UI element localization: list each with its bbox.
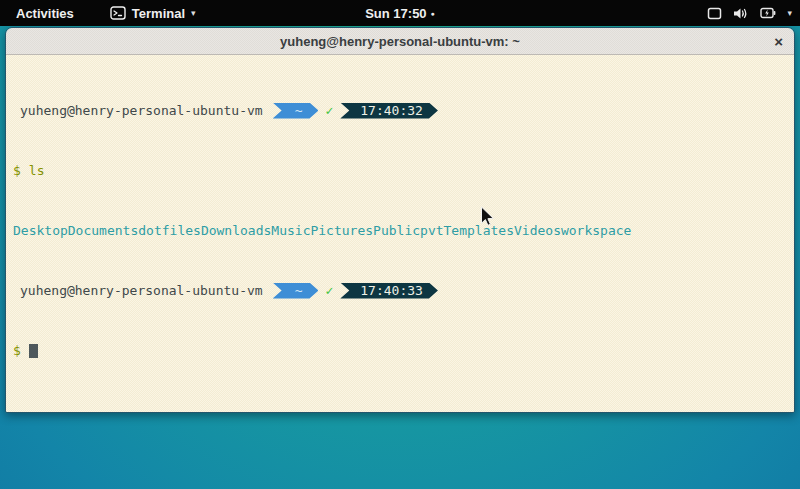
- prompt-time: 17:40:32: [360, 103, 423, 118]
- command-line: $ ls: [13, 163, 790, 178]
- app-menu-label: Terminal: [132, 6, 185, 21]
- close-button[interactable]: ×: [774, 34, 783, 49]
- directory-item: pvt: [420, 223, 443, 238]
- chevron-down-icon: ▾: [787, 9, 792, 18]
- volume-icon: [733, 7, 749, 20]
- directory-item: Documents: [68, 223, 138, 238]
- terminal-icon: [110, 6, 126, 20]
- battery-charging-icon: [760, 7, 776, 19]
- prompt-time-segment: 17:40:32: [340, 103, 438, 119]
- directory-item: Desktop: [13, 223, 68, 238]
- command-text: ls: [29, 163, 45, 178]
- directory-item: Public: [373, 223, 420, 238]
- activities-button[interactable]: Activities: [10, 4, 80, 23]
- directory-item: Videos: [514, 223, 561, 238]
- system-status-area[interactable]: ▾: [707, 7, 792, 20]
- directory-item: Downloads: [201, 223, 271, 238]
- display-icon: [707, 7, 722, 20]
- directory-item: Templates: [444, 223, 514, 238]
- directory-listing: Desktop Documents dotfiles Downloads Mus…: [13, 223, 790, 238]
- prompt-symbol: $: [13, 163, 21, 178]
- check-icon: ✓: [325, 283, 333, 298]
- directory-item: dotfiles: [138, 223, 201, 238]
- terminal-content[interactable]: yuheng@henry-personal-ubuntu-vm ~ ✓ 17:4…: [6, 55, 794, 412]
- mouse-cursor: [480, 206, 495, 227]
- top-bar: Activities Terminal ▾ Sun 17:50 ● ▾: [0, 0, 800, 26]
- prompt-cwd-segment: ~: [273, 103, 319, 119]
- text-cursor: [29, 344, 38, 358]
- directory-item: workspace: [561, 223, 631, 238]
- chevron-down-icon: ▾: [191, 9, 196, 18]
- clock-label: Sun 17:50: [365, 6, 426, 21]
- prompt-line: yuheng@henry-personal-ubuntu-vm ~ ✓ 17:4…: [13, 283, 790, 298]
- check-icon: ✓: [325, 103, 333, 118]
- prompt-cwd: ~: [295, 103, 303, 118]
- prompt-time: 17:40:33: [360, 283, 423, 298]
- clock-button[interactable]: Sun 17:50 ●: [365, 6, 435, 21]
- window-title: yuheng@henry-personal-ubuntu-vm: ~: [280, 34, 520, 49]
- prompt-time-segment: 17:40:33: [340, 283, 438, 299]
- prompt-cwd-segment: ~: [273, 283, 319, 299]
- prompt-user: yuheng@henry-personal-ubuntu-vm: [13, 283, 263, 298]
- directory-item: Music: [271, 223, 310, 238]
- prompt-symbol: $: [13, 343, 21, 358]
- directory-item: Pictures: [310, 223, 373, 238]
- window-titlebar[interactable]: yuheng@henry-personal-ubuntu-vm: ~ ×: [6, 28, 794, 55]
- prompt-cwd: ~: [295, 283, 303, 298]
- terminal-window: yuheng@henry-personal-ubuntu-vm: ~ × yuh…: [5, 27, 795, 413]
- input-line[interactable]: $: [13, 343, 790, 358]
- prompt-line: yuheng@henry-personal-ubuntu-vm ~ ✓ 17:4…: [13, 103, 790, 118]
- notification-dot-icon: ●: [431, 10, 435, 17]
- app-menu[interactable]: Terminal ▾: [110, 6, 196, 21]
- prompt-user: yuheng@henry-personal-ubuntu-vm: [13, 103, 263, 118]
